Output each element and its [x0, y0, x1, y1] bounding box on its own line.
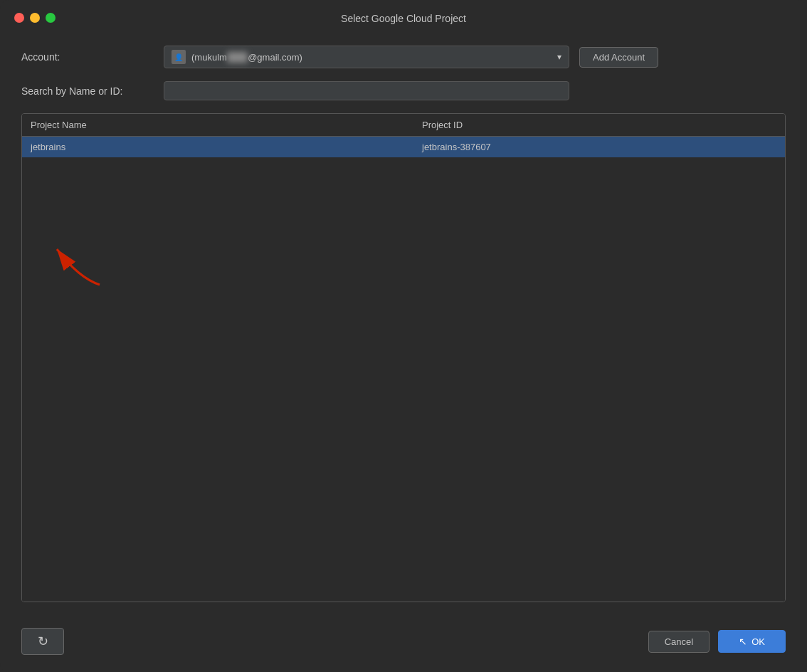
footer-left: ↻: [21, 628, 64, 655]
table-row[interactable]: jetbrains jetbrains-387607: [22, 137, 785, 157]
col-name-header: Project Name: [22, 114, 413, 136]
search-input[interactable]: [164, 81, 569, 100]
account-dropdown-left: 👤 (mukulm @gmail.com): [172, 50, 302, 64]
dialog-content: Account: 👤 (mukulm @gmail.com) ▾ Add Acc…: [0, 31, 807, 616]
minimize-button[interactable]: [30, 13, 40, 23]
search-row: Search by Name or ID:: [21, 81, 786, 100]
select-project-dialog: Select Google Cloud Project Account: 👤 (…: [0, 0, 807, 672]
dialog-title: Select Google Cloud Project: [341, 13, 466, 24]
dropdown-arrow-icon: ▾: [557, 52, 561, 62]
account-email-suffix: @gmail.com): [248, 52, 302, 63]
ok-button[interactable]: ↖ OK: [718, 630, 786, 653]
avatar: 👤: [172, 50, 186, 64]
dialog-footer: ↻ Cancel ↖ OK: [0, 616, 807, 672]
ok-label: OK: [751, 636, 765, 647]
table-header: Project Name Project ID: [22, 114, 785, 137]
search-label: Search by Name or ID:: [21, 85, 164, 97]
title-bar: Select Google Cloud Project: [0, 0, 807, 31]
cursor-icon: ↖: [739, 636, 747, 647]
refresh-button[interactable]: ↻: [21, 628, 64, 655]
project-name-cell: jetbrains: [22, 137, 413, 157]
account-dropdown[interactable]: 👤 (mukulm @gmail.com) ▾: [164, 46, 569, 68]
maximize-button[interactable]: [46, 13, 56, 23]
account-email-blurred: [227, 52, 248, 63]
table-body: jetbrains jetbrains-387607: [22, 137, 785, 602]
account-text: (mukulm @gmail.com): [191, 52, 302, 63]
cancel-button[interactable]: Cancel: [648, 631, 710, 653]
account-email-start: mukulm: [194, 52, 227, 63]
project-id-cell: jetbrains-387607: [413, 137, 785, 157]
refresh-icon: ↻: [38, 634, 48, 649]
window-controls: [14, 13, 56, 23]
account-row: Account: 👤 (mukulm @gmail.com) ▾ Add Acc…: [21, 46, 786, 68]
projects-table: Project Name Project ID jetbrains jetbra…: [21, 113, 786, 602]
close-button[interactable]: [14, 13, 24, 23]
col-id-header: Project ID: [413, 114, 785, 136]
account-label: Account:: [21, 51, 164, 63]
add-account-button[interactable]: Add Account: [579, 47, 658, 68]
footer-right: Cancel ↖ OK: [648, 630, 786, 653]
